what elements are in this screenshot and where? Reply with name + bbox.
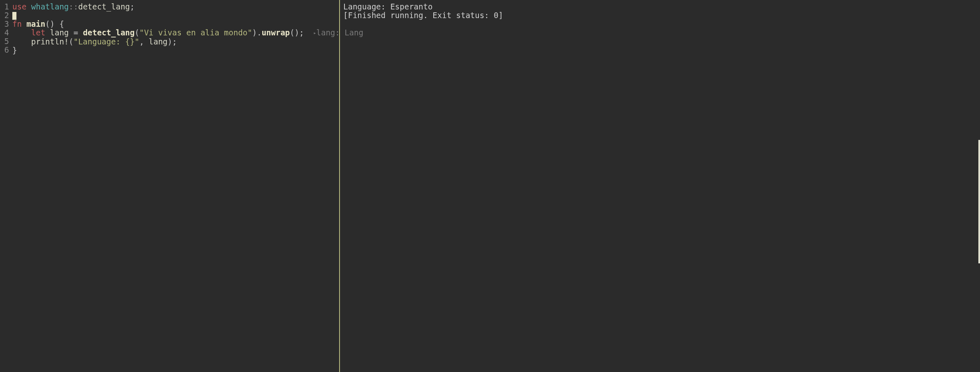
function-name: main [26,19,45,28]
editor-pane[interactable]: 1 2 3 4 5 6 use whatlang::detect_lang; f… [0,0,339,372]
output-pane[interactable]: Language: Esperanto [Finished running. E… [340,0,980,372]
code-area[interactable]: use whatlang::detect_lang; fn main() { l… [11,0,363,372]
line-number: 6 [0,46,9,54]
line-number-gutter: 1 2 3 4 5 6 [0,0,11,372]
line-number: 3 [0,20,9,28]
variable-name: lang [45,28,74,37]
string-literal: "Language: {}" [74,37,139,46]
method-call: unwrap [261,28,290,37]
argument: lang [149,37,168,46]
macro-call: println! [31,37,69,46]
string-literal: "Vi vivas en alia mondo" [139,28,252,37]
path-separator: :: [69,2,78,11]
inlay-hint-arrow-icon: ▸ [313,29,316,37]
crate-name: whatlang [31,2,69,11]
keyword-let: let [31,28,45,37]
text-cursor [12,12,16,20]
line-number: 1 [0,2,9,11]
import-item: detect_lang [78,2,130,11]
code-line-1[interactable]: use whatlang::detect_lang; [12,2,363,11]
output-status-line: [Finished running. Exit status: 0] [343,11,980,20]
code-line-5[interactable]: println!("Language: {}", lang); [12,37,363,46]
line-number: 5 [0,37,9,46]
brace-open: { [55,19,64,28]
semicolon: ; [130,2,134,11]
keyword-use: use [12,2,26,11]
keyword-fn: fn [12,19,22,28]
output-line: Language: Esperanto [343,2,980,11]
parens: () [45,19,55,28]
line-number: 2 [0,11,9,20]
code-line-4[interactable]: let lang = detect_lang("Vi vivas en alia… [12,28,363,37]
code-line-6[interactable]: } [12,46,363,55]
code-line-3[interactable]: fn main() { [12,20,363,28]
brace-close: } [12,46,17,55]
line-number: 4 [0,28,9,37]
code-line-2[interactable] [12,11,363,20]
function-call: detect_lang [83,28,135,37]
